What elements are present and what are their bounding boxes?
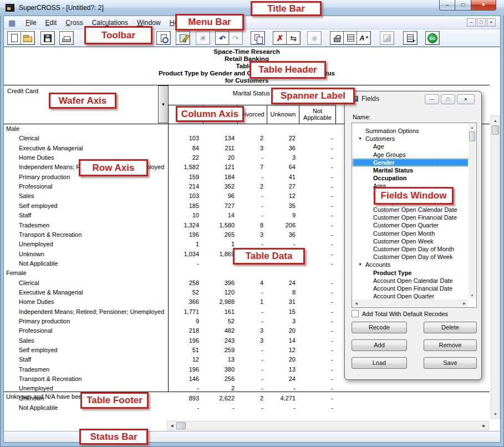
horizontal-scrollbar[interactable]: ◀ ▶ — [167, 421, 489, 430]
add-annotation-button[interactable] — [403, 31, 418, 45]
horizontal-scroll-track[interactable] — [186, 421, 480, 430]
vertical-scrollbar[interactable]: ▲ ▼ — [491, 115, 500, 419]
derivations-button[interactable]: ✳ — [196, 31, 210, 45]
scroll-up-arrow[interactable]: ▲ — [491, 116, 500, 125]
scroll-left-arrow[interactable]: ◀ — [353, 299, 360, 307]
go-button[interactable]: GO — [425, 31, 440, 45]
field-item-age[interactable]: Age — [353, 143, 468, 150]
wafer-dropdown-button[interactable]: ▼ — [158, 85, 169, 123]
table-row[interactable]: Home Duties3662,988131- — [4, 298, 337, 308]
remove-button[interactable]: Remove — [424, 339, 477, 351]
table-row[interactable]: Professional218482320- — [4, 327, 337, 337]
menu-cross[interactable]: Cross — [61, 17, 87, 28]
edit-table-button[interactable] — [176, 31, 190, 45]
print-preview-button[interactable] — [156, 31, 171, 45]
save-button[interactable]: Save — [424, 357, 477, 369]
field-item-account-open-quarter[interactable]: Account Open Quarter — [353, 292, 468, 299]
table-row[interactable]: Executive & Managerial84211336- — [4, 145, 337, 154]
shade-button[interactable] — [380, 31, 394, 45]
table-row[interactable]: Staff1014-9- — [4, 212, 337, 221]
fields-minimize-button[interactable]: — — [425, 94, 439, 104]
field-item-product-type[interactable]: Product Type — [353, 269, 468, 277]
field-item-customer-open-week[interactable]: Customer Open Week — [353, 237, 468, 245]
table-row[interactable]: Primary production159184-41- — [4, 174, 337, 183]
recode-button[interactable]: Recode — [352, 322, 407, 333]
mdi-restore-button[interactable]: □ — [477, 18, 486, 27]
load-button[interactable]: Load — [352, 357, 407, 369]
fields-vertical-scrollbar[interactable]: ▲ ▼ — [469, 124, 476, 299]
scroll-down-arrow[interactable]: ▼ — [491, 409, 500, 418]
wafer-axis-label[interactable]: Credit Card — [7, 88, 38, 94]
field-item-marital-status[interactable]: Marital Status — [353, 166, 468, 174]
new-button[interactable] — [7, 31, 22, 45]
save-button[interactable] — [40, 31, 55, 45]
scroll-down-arrow[interactable]: ▼ — [469, 292, 476, 299]
scroll-left-arrow[interactable]: ◀ — [167, 421, 176, 430]
copy-button[interactable] — [251, 31, 265, 45]
scroll-right-arrow[interactable]: ▶ — [480, 421, 488, 430]
open-button[interactable] — [21, 31, 35, 45]
field-item-customers[interactable]: ▼Customers — [353, 135, 468, 143]
fields-maximize-button[interactable]: □ — [441, 94, 455, 104]
field-item-customer-open-month[interactable]: Customer Open Month — [353, 230, 468, 237]
close-button[interactable]: × — [471, 0, 496, 11]
table-row[interactable]: Sales10396-12- — [4, 192, 337, 202]
delete-table-button[interactable]: ✗ — [273, 31, 287, 45]
tree-collapse-icon[interactable]: ▼ — [358, 135, 362, 143]
table-row[interactable]: Female — [4, 270, 337, 279]
mdi-close-button[interactable]: × — [487, 18, 496, 27]
table-row[interactable]: Self employed51259-12- — [4, 347, 337, 356]
table-row[interactable]: Independent Means; Retired; Pensioner; U… — [4, 164, 337, 173]
field-item-occupation[interactable]: Occupation — [353, 174, 468, 182]
table-row[interactable]: Sales196243314- — [4, 337, 337, 347]
undo-button[interactable]: ↶ — [215, 31, 230, 45]
table-row[interactable]: Professional214352227- — [4, 183, 337, 192]
add-total-checkbox[interactable] — [352, 310, 359, 317]
table-row[interactable]: Self employed185727-35- — [4, 202, 337, 212]
field-item-account-open-financial-date[interactable]: Account Open Financial Date — [353, 285, 468, 292]
table-row[interactable]: Independent Means; Retired; Pensioner; U… — [4, 308, 337, 318]
table-row[interactable]: Tradesmen1,3241,5808206- — [4, 222, 337, 231]
mdi-minimize-button[interactable]: – — [467, 18, 476, 27]
spanner-label[interactable]: Marital Status — [168, 90, 270, 96]
table-row[interactable]: Transport & Recreation146256-24- — [4, 375, 337, 385]
vertical-scroll-thumb[interactable] — [492, 125, 499, 135]
field-item-customer-open-day-of-week[interactable]: Customer Open Day of Week — [353, 253, 468, 261]
field-item-customer-open-financial-date[interactable]: Customer Open Financial Date — [353, 214, 468, 221]
column-header[interactable]: Unknown — [267, 105, 299, 124]
fields-close-button[interactable]: × — [457, 94, 475, 104]
menu-file[interactable]: File — [21, 17, 40, 28]
table-row[interactable]: Primary production952-3- — [4, 318, 337, 327]
table-row[interactable]: Tradesmen196380-13- — [4, 366, 337, 375]
menu-edit[interactable]: Edit — [41, 17, 62, 28]
horizontal-scroll-thumb[interactable] — [176, 422, 186, 429]
recode-list-button[interactable] — [343, 31, 358, 45]
column-header[interactable]: Not Applicable — [299, 105, 336, 124]
table-row[interactable]: Clerical258396424- — [4, 280, 337, 289]
add-button[interactable]: Add — [352, 339, 407, 351]
field-item-account-open-calendar-date[interactable]: Account Open Calendar Date — [353, 277, 468, 285]
rotate-table-button[interactable]: ⇆ — [286, 31, 301, 45]
field-item-age-groups[interactable]: Age Groups — [353, 151, 468, 159]
fields-horizontal-scrollbar[interactable]: ◀ ▶ — [353, 299, 468, 307]
print-button[interactable] — [59, 31, 74, 45]
table-row[interactable]: Clerical103134222- — [4, 135, 337, 144]
field-item-accounts[interactable]: ▼Accounts — [353, 261, 468, 268]
field-item-gender[interactable]: Gender — [353, 159, 468, 166]
maximize-button[interactable]: □ — [455, 0, 471, 11]
field-item-customer-open-calendar-date[interactable]: Customer Open Calendar Date — [353, 206, 468, 214]
field-item-customer-open-quarter[interactable]: Customer Open Quarter — [353, 221, 468, 229]
tree-collapse-icon[interactable]: ▼ — [358, 261, 362, 268]
minimize-button[interactable]: – — [439, 0, 455, 11]
scroll-right-arrow[interactable]: ▶ — [461, 299, 468, 307]
table-row[interactable]: Not Applicable----- — [4, 404, 337, 414]
target-button[interactable]: ◉ — [307, 31, 322, 45]
lock-button[interactable] — [330, 31, 344, 45]
delete-button[interactable]: Delete — [424, 322, 477, 333]
table-row[interactable]: Home Duties2220-3- — [4, 154, 337, 164]
field-item-summation-options[interactable]: Summation Options — [353, 127, 468, 135]
table-row[interactable]: Male — [4, 125, 337, 135]
font-increase-button[interactable]: A⁺ — [357, 31, 371, 45]
scroll-up-arrow[interactable]: ▲ — [469, 124, 476, 131]
table-row[interactable]: Transport & Recreation196265336- — [4, 231, 337, 241]
